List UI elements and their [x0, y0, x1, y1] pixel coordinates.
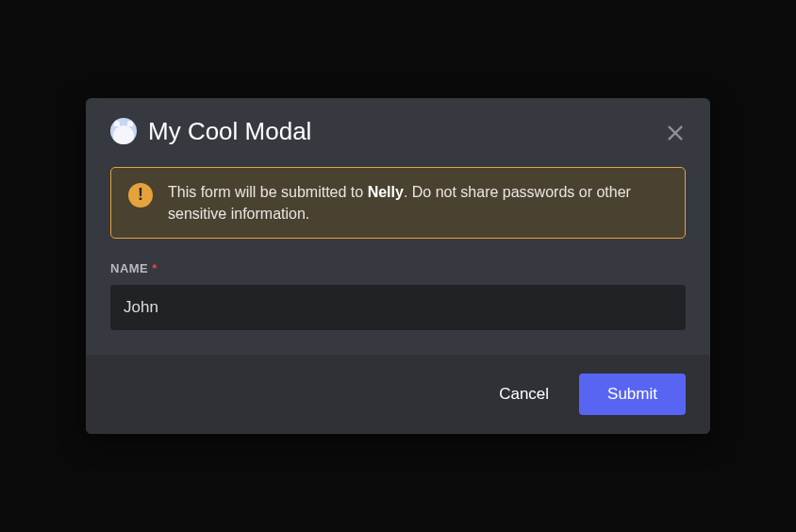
warning-prefix: This form will be submitted to [168, 184, 368, 200]
modal-body: ! This form will be submitted to Nelly. … [86, 146, 710, 355]
close-button[interactable] [661, 119, 689, 147]
name-input[interactable] [110, 285, 686, 330]
name-field-label: NAME * [110, 261, 686, 275]
warning-app-name: Nelly [368, 184, 404, 200]
submit-button[interactable]: Submit [579, 374, 686, 415]
modal-footer: Cancel Submit [86, 355, 710, 434]
warning-icon: ! [128, 183, 153, 208]
modal-dialog: My Cool Modal ! This form will be submit… [86, 98, 710, 434]
required-indicator: * [152, 261, 158, 275]
modal-header: My Cool Modal [86, 98, 710, 146]
warning-banner: ! This form will be submitted to Nelly. … [110, 167, 686, 239]
name-label-text: NAME [110, 261, 148, 275]
app-avatar [110, 118, 137, 144]
modal-title: My Cool Modal [148, 117, 686, 146]
cancel-button[interactable]: Cancel [491, 375, 556, 413]
close-icon [665, 123, 686, 143]
warning-text: This form will be submitted to Nelly. Do… [168, 181, 668, 224]
